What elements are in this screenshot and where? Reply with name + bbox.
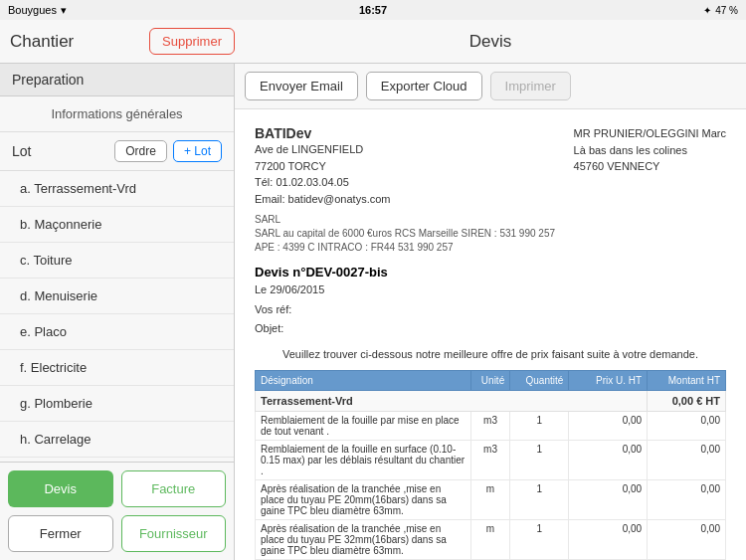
client-block: MR PRUNIER/OLEGGINI Marc Là bas dans les… — [574, 125, 726, 175]
company-address2: 77200 TORCY — [255, 158, 555, 175]
cell-prix: 0,00 — [569, 411, 648, 440]
sidebar-item-maconnerie[interactable]: b. Maçonnerie — [0, 207, 234, 243]
content-area: Envoyer Email Exporter Cloud Imprimer BA… — [235, 64, 746, 560]
status-bar: Bouygues ▾ 16:57 ✦ 47 % — [0, 0, 746, 20]
devis-ref: Devis n°DEV-0027-bis — [255, 265, 726, 280]
company-name: BATIDev — [255, 125, 555, 141]
th-prix: Prix U. HT — [569, 370, 648, 390]
cell-quantite: 1 — [510, 479, 569, 519]
sidebar-bottom-buttons: Devis Facture Fermer Fournisseur — [0, 462, 234, 560]
sidebar-item-toiture[interactable]: c. Toiture — [0, 243, 234, 279]
carrier-label: Bouygues — [8, 4, 57, 16]
section-title: Terrassement-Vrd — [256, 390, 648, 411]
supprimer-button[interactable]: Supprimer — [149, 28, 235, 55]
bluetooth-icon: ✦ — [703, 5, 711, 16]
cell-montant: 0,00 — [648, 519, 726, 559]
client-name: MR PRUNIER/OLEGGINI Marc — [574, 125, 726, 142]
content-toolbar: Envoyer Email Exporter Cloud Imprimer — [235, 64, 746, 109]
devis-date: Le 29/06/2015 — [255, 281, 726, 299]
th-montant: Montant HT — [648, 370, 726, 390]
cell-prix: 0,00 — [569, 519, 648, 559]
devis-ref-block: Devis n°DEV-0027-bis Le 29/06/2015 Vos r… — [255, 265, 726, 338]
devis-button[interactable]: Devis — [8, 470, 113, 507]
table-row: Après réalisation de la tranchée ,mise e… — [256, 519, 726, 559]
sidebar-item-carrelage[interactable]: h. Carrelage — [0, 422, 234, 458]
fournisseur-button[interactable]: Fournisseur — [121, 515, 227, 552]
sidebar-item-menuiserie[interactable]: d. Menuiserie — [0, 279, 234, 314]
sidebar-section-header: Preparation — [0, 64, 234, 96]
cell-montant: 0,00 — [648, 411, 726, 440]
devis-vosref: Vos réf: — [255, 301, 726, 319]
document-area: BATIDev Ave de LINGENFIELD 77200 TORCY T… — [235, 109, 746, 560]
sidebar-info[interactable]: Informations générales — [0, 96, 234, 132]
ordre-button[interactable]: Ordre — [114, 140, 167, 162]
cell-designation: Après réalisation de la tranchée ,mise e… — [256, 479, 471, 519]
th-designation: Désignation — [256, 370, 471, 390]
sidebar-item-plomberie[interactable]: g. Plomberie — [0, 386, 234, 422]
sidebar-item-terrassement[interactable]: a. Terrassement-Vrd — [0, 171, 234, 207]
cell-designation: Remblaiement de la fouille par mise en p… — [256, 411, 471, 440]
cell-unite: m3 — [470, 411, 509, 440]
envoyer-email-button[interactable]: Envoyer Email — [245, 72, 358, 100]
th-unite: Unité — [470, 370, 509, 390]
sidebar-lot-header: Lot Ordre + Lot — [0, 132, 234, 171]
imprimer-button: Imprimer — [490, 72, 571, 100]
status-bar-left: Bouygues ▾ — [8, 4, 67, 17]
devis-table: Désignation Unité Quantité Prix U. HT Mo… — [255, 370, 726, 560]
app-header: Chantier Supprimer Devis — [0, 20, 746, 64]
chantier-title: Chantier — [10, 32, 74, 52]
cell-unite: m — [470, 519, 509, 559]
plus-lot-button[interactable]: + Lot — [173, 140, 222, 162]
cell-montant: 0,00 — [648, 440, 726, 479]
devis-title: Devis — [245, 32, 736, 52]
exporter-cloud-button[interactable]: Exporter Cloud — [366, 72, 482, 100]
sidebar-item-placo[interactable]: e. Placo — [0, 314, 234, 350]
main-layout: Preparation Informations générales Lot O… — [0, 64, 746, 560]
sidebar: Preparation Informations générales Lot O… — [0, 64, 235, 560]
cell-designation: Remblaiement de la fouille en surface (0… — [256, 440, 471, 479]
document-header: BATIDev Ave de LINGENFIELD 77200 TORCY T… — [255, 125, 726, 255]
fermer-button[interactable]: Fermer — [8, 515, 113, 552]
wifi-icon: ▾ — [61, 4, 67, 17]
battery-label: 47 % — [715, 5, 738, 16]
devis-objet: Objet: — [255, 320, 726, 338]
legal-line-1: SARL — [255, 213, 555, 227]
section-row-0: Terrassement-Vrd 0,00 € HT — [256, 390, 726, 411]
cell-prix: 0,00 — [569, 440, 648, 479]
table-row: Remblaiement de la fouille par mise en p… — [256, 411, 726, 440]
cell-montant: 0,00 — [648, 479, 726, 519]
company-legal: SARL SARL au capital de 6000 €uros RCS M… — [255, 213, 555, 255]
table-row: Remblaiement de la fouille en surface (0… — [256, 440, 726, 479]
cell-prix: 0,00 — [569, 479, 648, 519]
company-tel: Tél: 01.02.03.04.05 — [255, 174, 555, 191]
client-address1: Là bas dans les colines — [574, 142, 726, 159]
cell-quantite: 1 — [510, 411, 569, 440]
offer-text: Veuillez trouver ci-dessous notre meille… — [255, 348, 726, 360]
sidebar-items-list: a. Terrassement-Vrd b. Maçonnerie c. Toi… — [0, 171, 234, 462]
company-email: Email: batidev@onatys.com — [255, 191, 555, 208]
cell-unite: m3 — [470, 440, 509, 479]
table-row: Après réalisation de la tranchée ,mise e… — [256, 479, 726, 519]
cell-quantite: 1 — [510, 440, 569, 479]
header-left: Chantier Supprimer — [10, 28, 245, 55]
cell-unite: m — [470, 479, 509, 519]
client-address2: 45760 VENNECY — [574, 158, 726, 175]
status-bar-right: ✦ 47 % — [703, 5, 738, 16]
company-address1: Ave de LINGENFIELD — [255, 141, 555, 158]
lot-actions: Ordre + Lot — [114, 140, 222, 162]
cell-quantite: 1 — [510, 519, 569, 559]
status-bar-time: 16:57 — [359, 4, 387, 16]
sidebar-item-electricite[interactable]: f. Electricite — [0, 350, 234, 386]
lot-label: Lot — [12, 143, 31, 159]
cell-designation: Après réalisation de la tranchée ,mise e… — [256, 519, 471, 559]
th-quantite: Quantité — [510, 370, 569, 390]
section-total: 0,00 € HT — [648, 390, 726, 411]
facture-button[interactable]: Facture — [121, 470, 227, 507]
legal-line-3: APE : 4399 C INTRACO : FR44 531 990 257 — [255, 241, 555, 255]
legal-line-2: SARL au capital de 6000 €uros RCS Marsei… — [255, 227, 555, 241]
company-block: BATIDev Ave de LINGENFIELD 77200 TORCY T… — [255, 125, 555, 255]
